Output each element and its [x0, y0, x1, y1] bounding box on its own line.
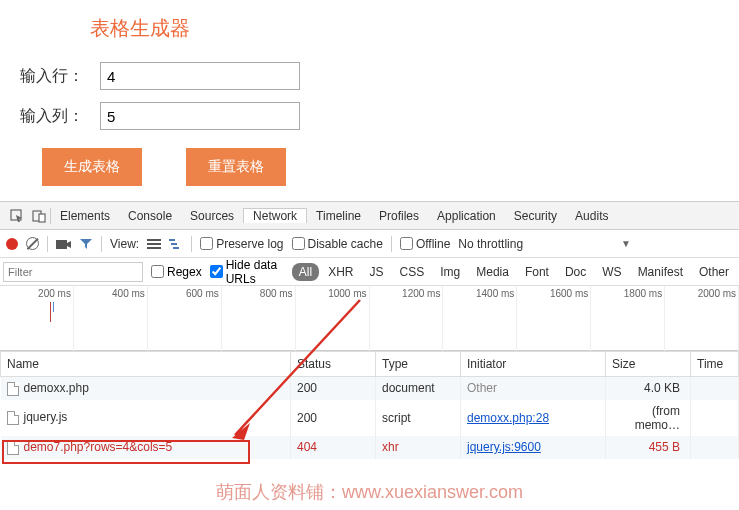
tab-audits[interactable]: Audits [566, 209, 617, 223]
preserve-log-check[interactable]: Preserve log [200, 237, 283, 251]
svg-rect-8 [171, 243, 177, 245]
svg-rect-2 [39, 214, 45, 222]
timeline-marker [50, 302, 51, 322]
offline-check[interactable]: Offline [400, 237, 450, 251]
network-table: Name Status Type Initiator Size Time dem… [0, 351, 739, 459]
col-status[interactable]: Status [291, 352, 376, 377]
timeline-tick: 200 ms [0, 286, 74, 351]
timeline-tick: 600 ms [148, 286, 222, 351]
filter-type-ws[interactable]: WS [595, 263, 628, 281]
file-icon [7, 441, 19, 455]
table-row[interactable]: demo7.php?rows=4&cols=5404xhrjquery.js:9… [1, 436, 739, 459]
table-row[interactable]: demoxx.php200documentOther4.0 KB [1, 377, 739, 400]
initiator-link[interactable]: demoxx.php:28 [467, 411, 549, 425]
svg-rect-9 [173, 247, 179, 249]
timeline-tick: 1800 ms [591, 286, 665, 351]
timeline-tick: 400 ms [74, 286, 148, 351]
separator [391, 236, 392, 252]
timeline-tick: 2000 ms [665, 286, 739, 351]
cols-label: 输入列： [20, 106, 100, 127]
initiator-link[interactable]: jquery.js:9600 [467, 440, 541, 454]
filter-type-doc[interactable]: Doc [558, 263, 593, 281]
svg-rect-3 [56, 240, 67, 249]
rows-input[interactable] [100, 62, 300, 90]
col-type[interactable]: Type [376, 352, 461, 377]
timeline-overview[interactable]: 200 ms400 ms600 ms800 ms1000 ms1200 ms14… [0, 286, 739, 351]
filter-icon[interactable] [79, 238, 93, 250]
col-time[interactable]: Time [691, 352, 739, 377]
view-label: View: [110, 237, 139, 251]
file-icon [7, 411, 19, 425]
inspect-icon[interactable] [10, 209, 24, 223]
disable-cache-check[interactable]: Disable cache [292, 237, 383, 251]
timeline-tick: 1000 ms [296, 286, 370, 351]
col-initiator[interactable]: Initiator [461, 352, 606, 377]
tab-application[interactable]: Application [428, 209, 505, 223]
devtools-tabs: ElementsConsoleSourcesNetworkTimelinePro… [0, 202, 739, 230]
tab-console[interactable]: Console [119, 209, 181, 223]
svg-rect-4 [147, 239, 161, 241]
cols-input[interactable] [100, 102, 300, 130]
tab-timeline[interactable]: Timeline [307, 209, 370, 223]
reset-button[interactable]: 重置表格 [186, 148, 286, 186]
hide-data-check[interactable]: Hide data URLs [210, 258, 284, 286]
filter-type-media[interactable]: Media [469, 263, 516, 281]
chevron-down-icon: ▼ [621, 238, 631, 249]
timeline-marker [53, 302, 54, 312]
regex-check[interactable]: Regex [151, 265, 202, 279]
table-row[interactable]: jquery.js200scriptdemoxx.php:28(from mem… [1, 400, 739, 436]
filter-row: Regex Hide data URLs AllXHRJSCSSImgMedia… [0, 258, 739, 286]
filter-input[interactable] [3, 262, 143, 282]
rows-label: 输入行： [20, 66, 100, 87]
record-icon[interactable] [6, 238, 18, 250]
tab-profiles[interactable]: Profiles [370, 209, 428, 223]
camera-icon[interactable] [56, 238, 71, 250]
col-size[interactable]: Size [606, 352, 691, 377]
col-name[interactable]: Name [1, 352, 291, 377]
filter-type-css[interactable]: CSS [393, 263, 432, 281]
separator [47, 236, 48, 252]
clear-icon[interactable] [26, 237, 39, 250]
timeline-tick: 800 ms [222, 286, 296, 351]
throttling-select[interactable]: No throttling ▼ [458, 237, 631, 251]
view-list-icon[interactable] [147, 238, 161, 250]
filter-type-font[interactable]: Font [518, 263, 556, 281]
filter-type-js[interactable]: JS [363, 263, 391, 281]
timeline-tick: 1200 ms [370, 286, 444, 351]
tab-sources[interactable]: Sources [181, 209, 243, 223]
watermark-text: 萌面人资料铺：www.xuexianswer.com [0, 480, 739, 504]
svg-rect-6 [147, 247, 161, 249]
svg-rect-5 [147, 243, 161, 245]
filter-type-xhr[interactable]: XHR [321, 263, 360, 281]
tab-network[interactable]: Network [243, 208, 307, 223]
app-title: 表格生成器 [90, 15, 729, 42]
device-icon[interactable] [32, 209, 46, 223]
generate-button[interactable]: 生成表格 [42, 148, 142, 186]
svg-rect-7 [169, 239, 175, 241]
timeline-tick: 1600 ms [517, 286, 591, 351]
view-large-icon[interactable] [169, 238, 183, 250]
filter-type-img[interactable]: Img [433, 263, 467, 281]
filter-type-manifest[interactable]: Manifest [631, 263, 690, 281]
separator [191, 236, 192, 252]
network-toolbar: View: Preserve log Disable cache Offline… [0, 230, 739, 258]
timeline-tick: 1400 ms [443, 286, 517, 351]
file-icon [7, 382, 19, 396]
separator [101, 236, 102, 252]
filter-type-other[interactable]: Other [692, 263, 736, 281]
filter-type-all[interactable]: All [292, 263, 319, 281]
tab-security[interactable]: Security [505, 209, 566, 223]
tab-elements[interactable]: Elements [51, 209, 119, 223]
